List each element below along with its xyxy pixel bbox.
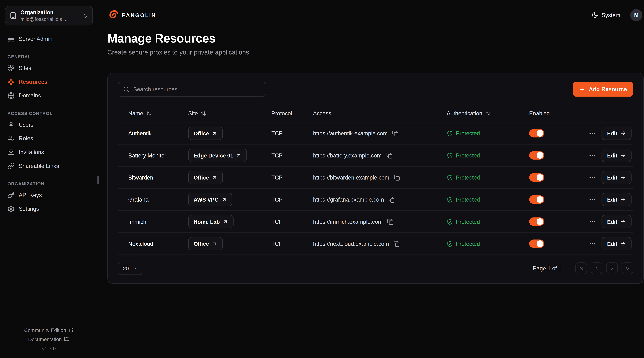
edit-button[interactable]: Edit — [602, 149, 632, 162]
row-menu-button[interactable] — [588, 173, 597, 182]
authentication-status: Protected — [456, 241, 480, 247]
card-toolbar: Add Resource — [118, 82, 633, 97]
search-box[interactable] — [118, 82, 266, 97]
brand[interactable]: PANGOLIN — [108, 10, 156, 20]
sidebar-resize-handle[interactable] — [97, 175, 99, 185]
col-header-name[interactable]: Name — [118, 110, 188, 117]
authentication-status: Protected — [456, 152, 480, 158]
copy-icon — [394, 241, 400, 247]
sidebar-item-settings[interactable]: Settings — [5, 202, 93, 216]
search-icon — [123, 86, 130, 92]
sort-icon — [146, 111, 152, 116]
copy-button[interactable] — [393, 240, 400, 248]
theme-toggle[interactable]: System — [592, 12, 620, 18]
enabled-toggle[interactable] — [529, 173, 544, 182]
sidebar-item-shareable-links[interactable]: Shareable Links — [5, 159, 93, 173]
add-resource-button[interactable]: Add Resource — [573, 82, 633, 97]
external-link-icon — [69, 327, 74, 333]
next-page-button[interactable] — [606, 262, 618, 274]
shield-check-icon — [447, 130, 453, 136]
site-link-button[interactable]: Edge Device 01 — [188, 149, 247, 162]
card-footer: 20 Page 1 of 1 — [118, 262, 633, 275]
authentication-cell: Protected — [447, 174, 529, 181]
row-menu-button[interactable] — [588, 217, 597, 226]
sidebar-item-label: Settings — [19, 206, 39, 212]
site-link-button[interactable]: Office — [188, 171, 223, 184]
sidebar-item-resources[interactable]: Resources — [5, 75, 93, 89]
row-menu-button[interactable] — [588, 151, 597, 160]
resources-table: Name Site Protocol Access Authenticati — [118, 105, 633, 255]
sidebar-item-invitations[interactable]: Invitations — [5, 145, 93, 159]
edit-button[interactable]: Edit — [602, 127, 632, 140]
copy-button[interactable] — [386, 218, 394, 225]
gear-icon — [8, 205, 14, 212]
sidebar-item-users[interactable]: Users — [5, 118, 93, 132]
table-row: Bitwarden Office TCP https://bitwarden.e… — [118, 167, 633, 189]
copy-button[interactable] — [385, 151, 393, 159]
topbar-right: System M — [592, 9, 642, 21]
edit-button[interactable]: Edit — [602, 215, 632, 228]
enabled-toggle[interactable] — [529, 129, 544, 138]
sidebar-item-api-keys[interactable]: API Keys — [5, 188, 93, 202]
copy-button[interactable] — [392, 129, 399, 137]
copy-icon — [394, 174, 400, 181]
avatar[interactable]: M — [630, 9, 642, 21]
edit-button[interactable]: Edit — [602, 237, 632, 250]
enabled-toggle[interactable] — [529, 151, 544, 160]
enabled-toggle[interactable] — [529, 217, 544, 226]
access-cell: https://immich.example.com — [313, 218, 447, 225]
sidebar-item-label: Server Admin — [19, 36, 52, 42]
col-header-authentication[interactable]: Authentication — [447, 110, 529, 117]
sidebar-item-server-admin[interactable]: Server Admin — [5, 32, 93, 46]
copy-button[interactable] — [393, 173, 401, 181]
row-menu-button[interactable] — [588, 239, 597, 248]
first-page-button[interactable] — [575, 262, 587, 274]
enabled-toggle[interactable] — [529, 195, 544, 204]
last-page-button[interactable] — [622, 262, 633, 274]
site-link-button[interactable]: AWS VPC — [188, 193, 232, 206]
chevron-right-icon — [609, 265, 615, 271]
org-selector[interactable]: Organization milo@fossorial.io's ... — [5, 6, 93, 25]
edit-button[interactable]: Edit — [602, 171, 632, 184]
name-cell: Immich — [118, 218, 188, 225]
book-open-icon — [64, 336, 70, 342]
prev-page-button[interactable] — [591, 262, 602, 274]
search-input[interactable] — [133, 86, 260, 92]
copy-button[interactable] — [388, 195, 396, 203]
enabled-toggle[interactable] — [529, 239, 544, 248]
page-subtitle: Create secure proxies to your private ap… — [108, 49, 644, 56]
name-cell: Bitwarden — [118, 174, 188, 181]
arrow-right-icon — [620, 219, 626, 224]
protocol-value: TCP — [272, 152, 282, 158]
toggle-knob — [536, 218, 543, 225]
documentation-link[interactable]: Documentation — [3, 335, 94, 344]
resource-table-body: Authentik Office TCP https://authentik.e… — [118, 122, 633, 255]
site-link-button[interactable]: Office — [188, 127, 223, 140]
sidebar-item-sites[interactable]: Sites — [5, 61, 93, 75]
authentication-status: Protected — [456, 196, 480, 203]
access-url: https://authentik.example.com — [313, 130, 388, 136]
site-link-button[interactable]: Home Lab — [188, 215, 234, 228]
ellipsis-icon — [589, 218, 596, 225]
site-cell: Office — [188, 127, 272, 140]
brand-name: PANGOLIN — [122, 12, 156, 18]
copy-icon — [388, 196, 395, 203]
site-link-button[interactable]: Office — [188, 237, 223, 250]
sidebar-item-domains[interactable]: Domains — [5, 89, 93, 103]
shield-check-icon — [447, 152, 453, 158]
add-resource-label: Add Resource — [589, 86, 627, 92]
sidebar-item-roles[interactable]: Roles — [5, 132, 93, 145]
authentication-cell: Protected — [447, 130, 529, 136]
version-label: v1.7.0 — [3, 344, 94, 353]
site-cell: Office — [188, 171, 272, 184]
col-header-site[interactable]: Site — [188, 110, 272, 117]
community-edition-link[interactable]: Community Edition — [3, 325, 94, 335]
row-menu-button[interactable] — [588, 129, 597, 138]
ellipsis-icon — [589, 174, 596, 181]
chevrons-right-icon — [624, 265, 630, 271]
col-header-label: Enabled — [529, 110, 550, 117]
edit-button[interactable]: Edit — [602, 193, 632, 206]
page-size-select[interactable]: 20 — [118, 262, 142, 275]
arrow-right-icon — [620, 130, 626, 136]
row-menu-button[interactable] — [588, 195, 597, 204]
